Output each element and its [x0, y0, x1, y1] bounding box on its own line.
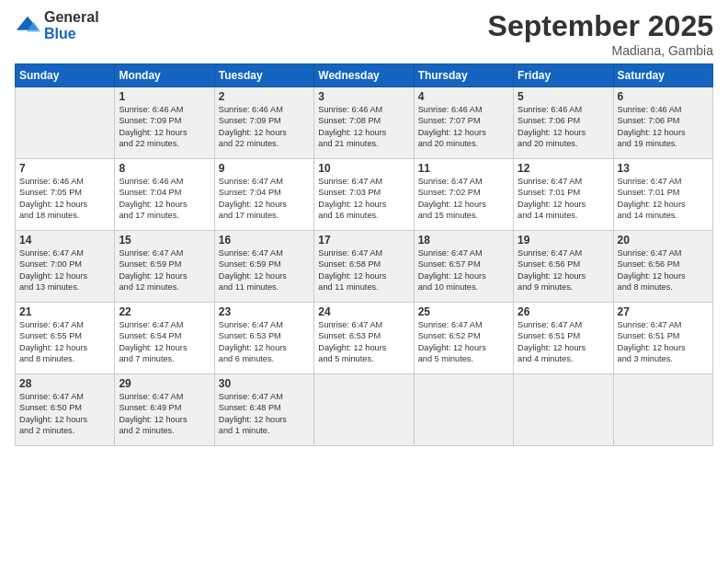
- day-info: Sunrise: 6:46 AM Sunset: 7:05 PM Dayligh…: [19, 176, 110, 222]
- calendar-cell: 18Sunrise: 6:47 AM Sunset: 6:57 PM Dayli…: [414, 231, 513, 303]
- calendar-cell: [414, 374, 513, 446]
- day-info: Sunrise: 6:47 AM Sunset: 6:51 PM Dayligh…: [518, 319, 609, 365]
- day-number: 11: [418, 162, 509, 175]
- calendar-cell: 1Sunrise: 6:46 AM Sunset: 7:09 PM Daylig…: [115, 87, 214, 159]
- day-number: 7: [19, 162, 110, 175]
- day-info: Sunrise: 6:47 AM Sunset: 6:58 PM Dayligh…: [318, 247, 409, 293]
- day-info: Sunrise: 6:47 AM Sunset: 6:51 PM Dayligh…: [618, 319, 709, 365]
- day-number: 30: [219, 377, 310, 390]
- header-row: SundayMondayTuesdayWednesdayThursdayFrid…: [16, 64, 713, 87]
- day-info: Sunrise: 6:46 AM Sunset: 7:04 PM Dayligh…: [119, 176, 210, 222]
- day-number: 17: [318, 234, 409, 247]
- day-info: Sunrise: 6:46 AM Sunset: 7:06 PM Dayligh…: [618, 104, 709, 150]
- day-number: 12: [518, 162, 609, 175]
- day-info: Sunrise: 6:46 AM Sunset: 7:08 PM Dayligh…: [318, 104, 409, 150]
- day-info: Sunrise: 6:47 AM Sunset: 7:01 PM Dayligh…: [518, 176, 609, 222]
- title-month: September 2025: [488, 9, 713, 43]
- logo-general: General: [44, 9, 99, 26]
- calendar-cell: 8Sunrise: 6:46 AM Sunset: 7:04 PM Daylig…: [115, 159, 214, 231]
- calendar-cell: 9Sunrise: 6:47 AM Sunset: 7:04 PM Daylig…: [214, 159, 313, 231]
- calendar-cell: [514, 374, 613, 446]
- calendar-cell: 17Sunrise: 6:47 AM Sunset: 6:58 PM Dayli…: [314, 231, 414, 303]
- day-info: Sunrise: 6:47 AM Sunset: 7:03 PM Dayligh…: [318, 176, 409, 222]
- calendar-table: SundayMondayTuesdayWednesdayThursdayFrid…: [15, 63, 713, 446]
- calendar-cell: 15Sunrise: 6:47 AM Sunset: 6:59 PM Dayli…: [115, 231, 214, 303]
- calendar-cell: 13Sunrise: 6:47 AM Sunset: 7:01 PM Dayli…: [613, 159, 712, 231]
- day-number: 20: [618, 234, 709, 247]
- day-number: 19: [518, 234, 609, 247]
- day-number: 4: [418, 90, 509, 103]
- day-number: 9: [219, 162, 310, 175]
- calendar-cell: 5Sunrise: 6:46 AM Sunset: 7:06 PM Daylig…: [514, 87, 613, 159]
- logo-blue: Blue: [44, 26, 99, 42]
- calendar-cell: [16, 87, 115, 159]
- calendar-cell: 11Sunrise: 6:47 AM Sunset: 7:02 PM Dayli…: [414, 159, 513, 231]
- calendar-cell: [613, 374, 712, 446]
- calendar-cell: 3Sunrise: 6:46 AM Sunset: 7:08 PM Daylig…: [314, 87, 414, 159]
- page: General Blue September 2025 Madiana, Gam…: [0, 0, 728, 563]
- day-info: Sunrise: 6:47 AM Sunset: 6:57 PM Dayligh…: [418, 247, 509, 293]
- day-number: 6: [618, 90, 709, 103]
- col-header-saturday: Saturday: [613, 64, 712, 87]
- day-number: 16: [219, 234, 310, 247]
- calendar-cell: 12Sunrise: 6:47 AM Sunset: 7:01 PM Dayli…: [514, 159, 613, 231]
- col-header-monday: Monday: [115, 64, 214, 87]
- calendar-cell: 7Sunrise: 6:46 AM Sunset: 7:05 PM Daylig…: [16, 159, 115, 231]
- day-info: Sunrise: 6:46 AM Sunset: 7:07 PM Dayligh…: [418, 104, 509, 150]
- day-number: 23: [219, 305, 310, 318]
- day-info: Sunrise: 6:47 AM Sunset: 7:02 PM Dayligh…: [418, 176, 509, 222]
- logo: General Blue: [15, 9, 99, 41]
- calendar-cell: 21Sunrise: 6:47 AM Sunset: 6:55 PM Dayli…: [16, 303, 115, 374]
- day-info: Sunrise: 6:47 AM Sunset: 6:52 PM Dayligh…: [418, 319, 509, 365]
- calendar-cell: 14Sunrise: 6:47 AM Sunset: 7:00 PM Dayli…: [16, 231, 115, 303]
- day-number: 14: [19, 234, 110, 247]
- day-number: 22: [119, 305, 210, 318]
- col-header-sunday: Sunday: [16, 64, 115, 87]
- day-info: Sunrise: 6:47 AM Sunset: 6:59 PM Dayligh…: [219, 247, 310, 293]
- day-info: Sunrise: 6:47 AM Sunset: 6:56 PM Dayligh…: [618, 247, 709, 293]
- day-number: 15: [119, 234, 210, 247]
- week-row-3: 14Sunrise: 6:47 AM Sunset: 7:00 PM Dayli…: [16, 231, 713, 303]
- day-info: Sunrise: 6:47 AM Sunset: 6:49 PM Dayligh…: [119, 391, 210, 437]
- calendar-cell: 26Sunrise: 6:47 AM Sunset: 6:51 PM Dayli…: [514, 303, 613, 374]
- calendar-cell: 19Sunrise: 6:47 AM Sunset: 6:56 PM Dayli…: [514, 231, 613, 303]
- logo-icon: [15, 13, 40, 39]
- day-info: Sunrise: 6:47 AM Sunset: 6:55 PM Dayligh…: [19, 319, 110, 365]
- col-header-friday: Friday: [514, 64, 613, 87]
- day-number: 28: [19, 377, 110, 390]
- calendar-cell: 25Sunrise: 6:47 AM Sunset: 6:52 PM Dayli…: [414, 303, 513, 374]
- calendar-cell: 2Sunrise: 6:46 AM Sunset: 7:09 PM Daylig…: [214, 87, 313, 159]
- day-number: 29: [119, 377, 210, 390]
- title-location: Madiana, Gambia: [488, 43, 713, 58]
- header: General Blue September 2025 Madiana, Gam…: [15, 9, 713, 58]
- day-info: Sunrise: 6:46 AM Sunset: 7:06 PM Dayligh…: [518, 104, 609, 150]
- day-info: Sunrise: 6:46 AM Sunset: 7:09 PM Dayligh…: [219, 104, 310, 150]
- week-row-4: 21Sunrise: 6:47 AM Sunset: 6:55 PM Dayli…: [16, 303, 713, 374]
- calendar-cell: 20Sunrise: 6:47 AM Sunset: 6:56 PM Dayli…: [613, 231, 712, 303]
- day-number: 2: [219, 90, 310, 103]
- col-header-tuesday: Tuesday: [214, 64, 313, 87]
- day-info: Sunrise: 6:47 AM Sunset: 6:53 PM Dayligh…: [219, 319, 310, 365]
- day-number: 5: [518, 90, 609, 103]
- calendar-cell: 27Sunrise: 6:47 AM Sunset: 6:51 PM Dayli…: [613, 303, 712, 374]
- day-number: 21: [19, 305, 110, 318]
- day-number: 26: [518, 305, 609, 318]
- title-block: September 2025 Madiana, Gambia: [488, 9, 713, 58]
- calendar-cell: 23Sunrise: 6:47 AM Sunset: 6:53 PM Dayli…: [214, 303, 313, 374]
- day-number: 25: [418, 305, 509, 318]
- calendar-cell: 30Sunrise: 6:47 AM Sunset: 6:48 PM Dayli…: [214, 374, 313, 446]
- day-info: Sunrise: 6:47 AM Sunset: 7:04 PM Dayligh…: [219, 176, 310, 222]
- day-number: 24: [318, 305, 409, 318]
- col-header-wednesday: Wednesday: [314, 64, 414, 87]
- day-info: Sunrise: 6:47 AM Sunset: 6:53 PM Dayligh…: [318, 319, 409, 365]
- day-number: 13: [618, 162, 709, 175]
- day-info: Sunrise: 6:47 AM Sunset: 6:50 PM Dayligh…: [19, 391, 110, 437]
- calendar-cell: [314, 374, 414, 446]
- day-info: Sunrise: 6:47 AM Sunset: 6:59 PM Dayligh…: [119, 247, 210, 293]
- calendar-cell: 28Sunrise: 6:47 AM Sunset: 6:50 PM Dayli…: [16, 374, 115, 446]
- week-row-1: 1Sunrise: 6:46 AM Sunset: 7:09 PM Daylig…: [16, 87, 713, 159]
- day-info: Sunrise: 6:47 AM Sunset: 6:48 PM Dayligh…: [219, 391, 310, 437]
- calendar-cell: 22Sunrise: 6:47 AM Sunset: 6:54 PM Dayli…: [115, 303, 214, 374]
- day-number: 3: [318, 90, 409, 103]
- calendar-cell: 6Sunrise: 6:46 AM Sunset: 7:06 PM Daylig…: [613, 87, 712, 159]
